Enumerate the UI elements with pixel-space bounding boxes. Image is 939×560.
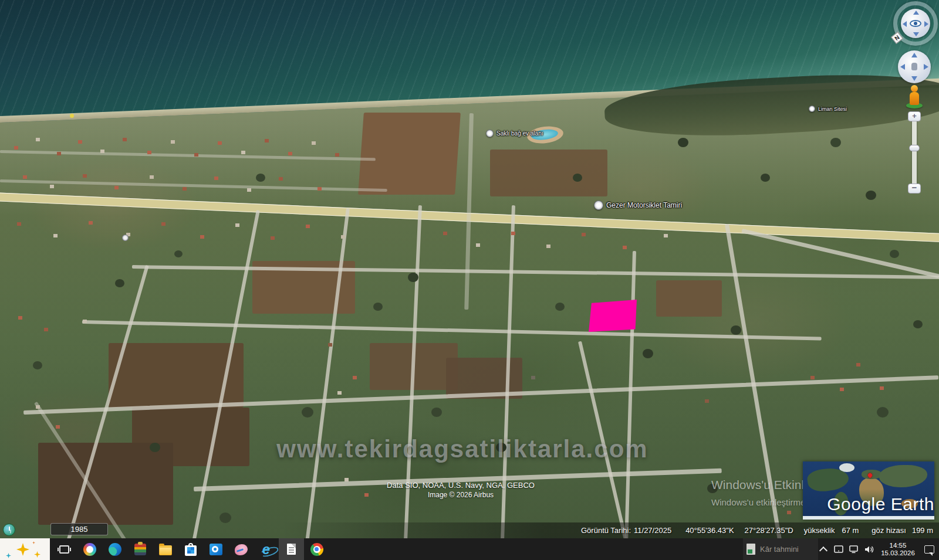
look-joystick[interactable]: N [893,1,938,46]
zoom-slider[interactable]: + − [907,111,921,194]
tray-tablet-mode[interactable] [831,538,846,560]
poi-marker-icon [594,201,603,210]
volume-icon [864,545,875,554]
garden-plot [656,280,722,317]
taskbar-clock[interactable]: 14:55 15.03.2026 [879,542,917,557]
image-date-label: Görüntü Tarihi: [581,526,631,535]
eye-icon [910,20,921,27]
copilot-icon [83,543,96,556]
winrar-button[interactable] [127,538,153,560]
antarctica [803,516,934,520]
tray-network[interactable] [846,538,862,560]
poi-label: Gezer Motorsiklet Tamiri [606,201,682,209]
action-center-button[interactable] [919,538,939,560]
windows-taskbar: e Kâr tahmini 14:55 15.03.2026 [0,538,939,560]
chrome-button[interactable] [304,538,329,560]
edge-button[interactable] [102,538,127,560]
outlook-button[interactable] [203,538,228,560]
map-attribution: Data SIO, NOAA, U.S. Navy, NGA, GEBCO Im… [343,481,578,499]
look-left-arrow-icon[interactable] [903,21,907,27]
sparkle-icon [16,543,29,556]
longitude-value: 27°28'27.35"D [745,526,793,535]
look-up-arrow-icon[interactable] [913,11,919,15]
eye-pupil [914,22,917,25]
poi-marker-icon[interactable] [122,235,129,241]
document-icon [747,544,755,555]
zoom-slider-track[interactable] [912,120,917,189]
elevation-value: 67 m [842,526,859,535]
plowed-field [358,113,461,195]
tray-volume[interactable] [862,538,877,560]
eye-altitude-label: göz hizası [872,526,906,535]
poi-marker-icon [486,130,494,137]
pegman-head [911,85,918,92]
sparkle-icon [6,553,11,558]
microsoft-edge-icon [109,543,121,556]
copilot-button[interactable] [77,538,102,560]
eye-altitude-value: 199 m [912,526,933,535]
tray-overflow-chevron[interactable] [816,538,831,560]
look-down-arrow-icon[interactable] [913,32,919,36]
internet-explorer-button[interactable]: e [254,538,279,560]
paint-3d-button[interactable] [228,538,254,560]
clock-time: 14:55 [879,542,917,549]
search-highlights-button[interactable] [0,538,50,560]
look-right-arrow-icon[interactable] [924,21,928,27]
sparkle-icon [34,551,40,558]
beach-marker-icon [70,114,74,118]
clock-date: 15.03.2026 [879,549,917,557]
system-tray: 14:55 15.03.2026 [816,538,939,560]
paint-3d-icon [235,544,248,555]
google-earth-window: Saklı bağ ev alanı Gezer Motorsiklet Tam… [0,0,939,560]
map-canvas[interactable]: Saklı bağ ev alanı Gezer Motorsiklet Tam… [0,0,939,538]
site-watermark: www.tekirdagsatiliktarla.com [263,435,662,463]
poi-liman-sitesi[interactable]: Liman Sitesi [809,106,847,112]
task-view-button[interactable] [52,538,77,560]
move-down-arrow-icon[interactable] [911,76,917,81]
move-joystick[interactable] [898,50,931,83]
open-window-button[interactable]: Kâr tahmini [743,538,818,560]
latitude-value: 40°55'36.43"K [685,526,734,535]
move-right-arrow-icon[interactable] [924,64,928,70]
elevation-label: yükseklik [804,526,835,535]
poi-label: Liman Sitesi [818,106,847,112]
file-explorer-button[interactable] [153,538,178,560]
move-up-arrow-icon[interactable] [911,53,917,57]
zoom-in-button[interactable]: + [908,111,921,121]
chevron-up-icon [819,546,827,554]
look-disc[interactable] [901,9,930,38]
poi-marker-icon [809,106,815,112]
internet-explorer-icon: e [262,544,270,555]
notepad-button-active[interactable] [279,538,304,560]
action-center-icon [924,545,934,554]
task-view-icon [59,545,69,554]
google-earth-logo: Google Earth [809,494,934,514]
poi-label: Saklı bağ ev alanı [496,130,543,137]
notepad-icon [287,544,296,555]
pegman-body [910,92,919,105]
sparkle-icon [32,541,35,544]
continent-asia [879,465,927,487]
pan-hand-icon [911,63,917,70]
attribution-imagery-copyright: Image © 2026 Airbus [343,491,578,499]
move-left-arrow-icon[interactable] [900,64,905,70]
zoom-out-button[interactable]: − [908,184,921,194]
poi-saklibag[interactable]: Saklı bağ ev alanı [486,130,543,137]
pegman-street-view[interactable] [906,85,923,108]
window-title: Kâr tahmini [760,545,799,554]
microsoft-store-button[interactable] [178,538,203,560]
tablet-icon [833,545,844,554]
plowed-field [490,150,607,196]
winrar-icon [134,544,146,555]
status-bar: Görüntü Tarihi: 11/27/2025 40°55'36.43"K… [0,522,939,538]
status-readouts: Görüntü Tarihi: 11/27/2025 40°55'36.43"K… [581,526,939,535]
highlighted-parcel-polygon[interactable] [589,299,637,332]
network-icon [849,545,859,554]
google-chrome-icon [310,543,323,556]
image-date-value: 11/27/2025 [634,526,671,535]
zoom-slider-handle[interactable] [909,145,920,151]
outlook-icon [210,544,222,555]
attribution-data-sources: Data SIO, NOAA, U.S. Navy, NGA, GEBCO [343,481,578,490]
poi-gezer-motorsiklet[interactable]: Gezer Motorsiklet Tamiri [594,201,682,210]
greenland [839,463,854,472]
